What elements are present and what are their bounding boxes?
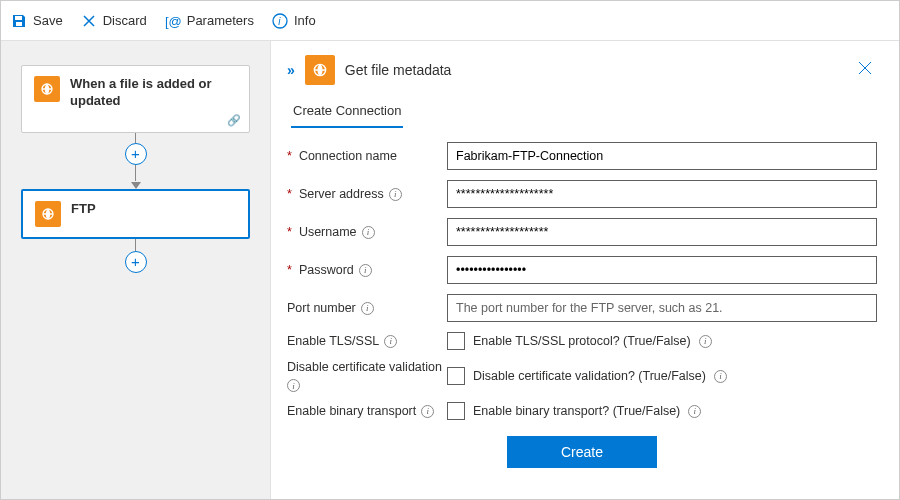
ftp-icon <box>35 201 61 227</box>
label-connection-name: *Connection name <box>287 149 447 163</box>
info-icon[interactable]: i <box>384 335 397 348</box>
label-server-address: *Server addressi <box>287 187 447 201</box>
discard-icon <box>81 13 97 29</box>
username-input[interactable] <box>447 218 877 246</box>
info-icon[interactable]: i <box>359 264 372 277</box>
arrow-down-icon <box>131 182 141 189</box>
disable-cert-check-label: Disable certificate validation? (True/Fa… <box>473 369 706 383</box>
label-disable-cert: Disable certificate validationi <box>287 360 447 392</box>
enable-tls-check-label: Enable TLS/SSL protocol? (True/False) <box>473 334 691 348</box>
enable-tls-checkbox[interactable] <box>447 332 465 350</box>
connection-name-input[interactable] <box>447 142 877 170</box>
info-button[interactable]: i Info <box>272 13 316 29</box>
enable-binary-checkbox[interactable] <box>447 402 465 420</box>
add-step-button[interactable]: + <box>125 251 147 273</box>
action-title: FTP <box>71 201 96 218</box>
info-icon[interactable]: i <box>421 405 434 418</box>
toolbar: Save Discard [@] Parameters i Info <box>1 1 899 41</box>
label-enable-binary: Enable binary transporti <box>287 404 447 418</box>
svg-text:[@]: [@] <box>165 14 181 29</box>
port-number-input[interactable] <box>447 294 877 322</box>
action-node-ftp[interactable]: FTP <box>21 189 250 239</box>
info-icon[interactable]: i <box>688 405 701 418</box>
info-icon: i <box>272 13 288 29</box>
trigger-node[interactable]: When a file is added or updated 🔗 <box>21 65 250 133</box>
parameters-button[interactable]: [@] Parameters <box>165 13 254 29</box>
label-password: *Passwordi <box>287 263 447 277</box>
save-button[interactable]: Save <box>11 13 63 29</box>
details-panel: » Get file metadata Create Connection *C… <box>271 41 899 500</box>
info-icon[interactable]: i <box>389 188 402 201</box>
ftp-icon <box>305 55 335 85</box>
parameters-icon: [@] <box>165 13 181 29</box>
info-icon[interactable]: i <box>699 335 712 348</box>
info-icon[interactable]: i <box>714 370 727 383</box>
server-address-input[interactable] <box>447 180 877 208</box>
save-label: Save <box>33 13 63 28</box>
svg-text:i: i <box>278 16 281 27</box>
label-username: *Usernamei <box>287 225 447 239</box>
password-input[interactable] <box>447 256 877 284</box>
label-port-number: Port numberi <box>287 301 447 315</box>
disable-cert-checkbox[interactable] <box>447 367 465 385</box>
discard-button[interactable]: Discard <box>81 13 147 29</box>
connector-end: + <box>21 239 250 273</box>
save-icon <box>11 13 27 29</box>
create-button[interactable]: Create <box>507 436 657 468</box>
discard-label: Discard <box>103 13 147 28</box>
collapse-button[interactable]: » <box>287 62 295 78</box>
ftp-icon <box>34 76 60 102</box>
info-icon[interactable]: i <box>287 379 300 392</box>
info-icon[interactable]: i <box>362 226 375 239</box>
designer-canvas: When a file is added or updated 🔗 + FTP … <box>1 41 271 500</box>
connector: + <box>21 133 250 189</box>
info-label: Info <box>294 13 316 28</box>
tab-create-connection[interactable]: Create Connection <box>291 97 403 128</box>
info-icon[interactable]: i <box>361 302 374 315</box>
parameters-label: Parameters <box>187 13 254 28</box>
link-icon: 🔗 <box>227 114 241 127</box>
panel-title: Get file metadata <box>345 62 452 78</box>
enable-binary-check-label: Enable binary transport? (True/False) <box>473 404 680 418</box>
label-enable-tls: Enable TLS/SSLi <box>287 334 447 348</box>
trigger-title: When a file is added or updated <box>70 76 237 110</box>
add-step-button[interactable]: + <box>125 143 147 165</box>
close-button[interactable] <box>853 56 877 85</box>
